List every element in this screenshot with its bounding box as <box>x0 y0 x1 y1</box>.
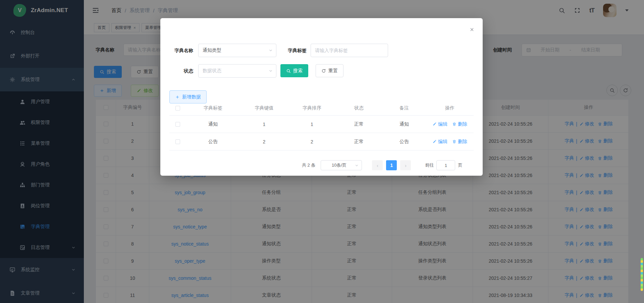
dialog-edit-link[interactable]: 编辑 <box>432 139 447 145</box>
dialog-column-header: 字典排序 <box>288 105 335 111</box>
dict-data-label: 公告 <box>208 139 218 145</box>
dict-data-sort: 2 <box>311 139 313 144</box>
dialog-table-cell: 通知 <box>186 121 240 127</box>
dialog-search-button[interactable]: 搜索 <box>280 64 308 77</box>
next-page-button[interactable]: › <box>400 160 411 170</box>
dialog-dict-name-label: 字典名称 <box>170 44 193 57</box>
dialog-table-cell: 1 <box>288 122 335 127</box>
dict-data-remark: 通知 <box>399 121 409 127</box>
dialog-column-header-label: 备注 <box>399 105 409 111</box>
dict-data-dialog: 字典名称 通知类型 字典标签 状态 数据状态 搜索 重置 新增数据 字典标签字典… <box>160 18 483 176</box>
dialog-table-cell: 正常 <box>335 139 382 145</box>
dialog-table-cell: 正常 <box>335 121 382 127</box>
dialog-column-header-label: 字典排序 <box>303 105 321 111</box>
app-root: V ZrAdmin.NET 控制台外部打开系统管理用户管理权限管理菜单管理用户角… <box>0 0 644 303</box>
dict-data-sort: 1 <box>311 122 313 127</box>
dialog-column-header: 备注 <box>382 105 426 111</box>
dict-data-remark: 公告 <box>399 139 409 145</box>
dialog-column-header-label: 操作 <box>445 105 454 111</box>
dialog-add-data-label: 新增数据 <box>182 94 201 100</box>
dialog-reset-label: 重置 <box>328 68 338 74</box>
dict-data-value: 1 <box>263 122 266 127</box>
dict-data-label: 通知 <box>208 121 218 127</box>
dialog-dict-tag-input[interactable] <box>311 44 388 57</box>
search-icon <box>286 69 291 73</box>
dialog-status-select[interactable]: 数据状态 <box>198 64 276 78</box>
dialog-table-cell: 2 <box>288 139 335 144</box>
dict-data-status: 正常 <box>354 121 364 127</box>
dialog-table-cell: 公告 <box>186 139 240 145</box>
dialog-row-actions: 编辑删除 <box>426 121 474 127</box>
dialog-table-cell <box>169 122 186 127</box>
trash-icon <box>452 122 457 126</box>
current-page-button[interactable]: 1 <box>386 160 397 170</box>
page-unit-label: 页 <box>458 162 462 168</box>
chevron-down-icon <box>355 163 359 168</box>
dialog-edit-label: 编辑 <box>438 139 447 145</box>
dialog-column-header-label: 状态 <box>354 105 364 111</box>
dialog-edit-label: 编辑 <box>438 121 447 127</box>
dialog-column-header-label: 字典标签 <box>204 105 222 111</box>
dialog-table-body: 通知11正常通知编辑删除公告22正常公告编辑删除 <box>169 116 474 150</box>
pencil-icon <box>432 122 437 126</box>
close-icon[interactable] <box>469 27 475 32</box>
goto-label: 前往 <box>425 162 434 168</box>
dialog-delete-label: 删除 <box>458 139 467 145</box>
dialog-column-header-label: 字典键值 <box>255 105 274 111</box>
dialog-table-cell: 2 <box>240 139 288 144</box>
chevron-down-icon <box>268 69 273 73</box>
dialog-table-cell: 1 <box>240 122 288 127</box>
dict-data-value: 2 <box>263 139 266 144</box>
dict-data-table: 字典标签字典键值字典排序状态备注操作 通知11正常通知编辑删除公告22正常公告编… <box>169 101 474 150</box>
dialog-row-checkbox[interactable] <box>175 139 180 144</box>
dialog-table-cell: 公告 <box>382 139 426 145</box>
dialog-table-cell <box>169 106 186 111</box>
dialog-status-placeholder: 数据状态 <box>203 68 221 74</box>
page-size-select[interactable]: 10条/页 <box>321 160 362 170</box>
goto-page-input[interactable] <box>436 160 455 170</box>
dialog-delete-label: 删除 <box>458 121 467 127</box>
dialog-status-label: 状态 <box>170 64 193 78</box>
dialog-dict-tag-label: 字典标签 <box>280 44 307 57</box>
dialog-column-header: 操作 <box>426 105 474 111</box>
dialog-table-cell <box>169 139 186 144</box>
plus-icon <box>175 95 180 99</box>
dialog-table-row: 公告22正常公告编辑删除 <box>169 133 474 150</box>
pagination: 共 2 条 10条/页 ‹ 1 › 前往 页 <box>302 160 462 170</box>
dialog-row-actions: 编辑删除 <box>426 139 474 145</box>
pagination-total: 共 2 条 <box>302 162 315 168</box>
dialog-select-all-checkbox[interactable] <box>175 106 180 111</box>
trash-icon <box>452 139 457 144</box>
chevron-down-icon <box>268 48 273 53</box>
dialog-delete-link[interactable]: 删除 <box>452 121 467 127</box>
dialog-edit-link[interactable]: 编辑 <box>432 121 447 127</box>
dialog-column-header: 状态 <box>335 105 382 111</box>
dialog-delete-link[interactable]: 删除 <box>452 139 467 145</box>
pencil-icon <box>432 139 437 144</box>
scrollbar-thumb[interactable] <box>641 258 643 291</box>
dialog-column-header: 字典键值 <box>240 105 288 111</box>
dialog-row-checkbox[interactable] <box>175 122 180 127</box>
dialog-reset-button[interactable]: 重置 <box>316 64 343 77</box>
page-size-value: 10条/页 <box>332 162 346 168</box>
dialog-dict-name-value: 通知类型 <box>203 47 221 53</box>
prev-page-button[interactable]: ‹ <box>372 160 383 170</box>
dialog-column-header: 字典标签 <box>186 105 240 111</box>
refresh-icon <box>321 69 326 73</box>
dialog-table-row: 通知11正常通知编辑删除 <box>169 116 474 133</box>
dialog-table-header-row: 字典标签字典键值字典排序状态备注操作 <box>169 101 474 116</box>
dialog-table-cell: 通知 <box>382 121 426 127</box>
dialog-dict-name-select[interactable]: 通知类型 <box>198 44 276 57</box>
dict-data-status: 正常 <box>354 139 364 145</box>
dialog-search-label: 搜索 <box>293 68 303 74</box>
